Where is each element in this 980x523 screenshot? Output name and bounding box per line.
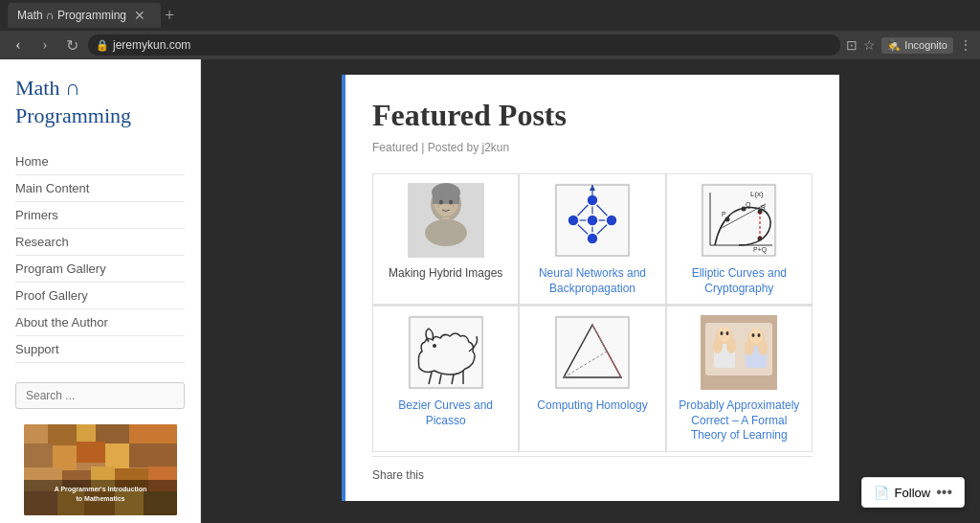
address-bar[interactable]: 🔒 jeremykun.com bbox=[88, 34, 840, 56]
post-label-bezier: Bezier Curves and Picasso bbox=[381, 398, 510, 428]
nav-menu: Home Main Content Primers Research Progr… bbox=[15, 148, 185, 363]
post-item-bezier[interactable]: Bezier Curves and Picasso bbox=[372, 306, 519, 452]
content-divider bbox=[372, 456, 813, 457]
svg-point-84 bbox=[726, 338, 736, 353]
post-thumbnail-homology bbox=[527, 314, 657, 391]
post-item-neural-networks[interactable]: Neural Networks and Backpropagation bbox=[519, 173, 665, 305]
post-image-homology bbox=[554, 315, 631, 390]
featured-posts-title: Featured Posts bbox=[372, 98, 813, 133]
sidebar: Math ∩ Programming Home Main Content Pri… bbox=[0, 59, 201, 523]
featured-posts-card: Featured Posts Featured | Posted by j2ku… bbox=[342, 75, 839, 501]
post-item-elliptic[interactable]: L(x) P Q R P+Q bbox=[666, 173, 813, 305]
follow-label: Follow bbox=[895, 486, 931, 500]
nav-item-program-gallery[interactable]: Program Gallery bbox=[15, 256, 185, 283]
post-label-pac: Probably Approximately Correct – A Forma… bbox=[675, 398, 804, 443]
more-options-icon[interactable]: ••• bbox=[936, 484, 952, 501]
svg-point-55 bbox=[725, 217, 730, 222]
post-label-elliptic: Elliptic Curves and Cryptography bbox=[675, 266, 804, 296]
svg-point-29 bbox=[439, 200, 443, 205]
nav-item-main-content[interactable]: Main Content bbox=[15, 175, 185, 202]
nav-link-support[interactable]: Support bbox=[15, 336, 185, 362]
page-layout: Math ∩ Programming Home Main Content Pri… bbox=[0, 59, 980, 523]
post-item-pac[interactable]: Probably Approximately Correct – A Forma… bbox=[666, 306, 813, 452]
incognito-label: Incognito bbox=[904, 39, 947, 51]
lock-icon: 🔒 bbox=[96, 39, 109, 52]
svg-point-90 bbox=[721, 331, 724, 335]
post-item-hybrid-images[interactable]: Making Hybrid Images bbox=[372, 173, 519, 305]
incognito-icon: 🕵 bbox=[887, 39, 901, 52]
svg-point-43 bbox=[568, 215, 579, 226]
svg-rect-6 bbox=[24, 443, 53, 467]
nav-link-proof-gallery[interactable]: Proof Gallery bbox=[15, 283, 185, 308]
nav-link-main-content[interactable]: Main Content bbox=[15, 175, 185, 201]
svg-rect-8 bbox=[77, 442, 105, 463]
svg-point-83 bbox=[713, 338, 723, 353]
nav-link-about-author[interactable]: About the Author bbox=[15, 309, 185, 335]
refresh-button[interactable]: ↻ bbox=[61, 36, 82, 55]
share-text: Share this bbox=[372, 468, 813, 482]
post-item-homology[interactable]: Computing Homology bbox=[519, 306, 665, 452]
post-image-elliptic: L(x) P Q R P+Q bbox=[701, 183, 777, 258]
nav-link-home[interactable]: Home bbox=[15, 148, 185, 174]
svg-point-32 bbox=[425, 219, 467, 246]
svg-point-45 bbox=[587, 215, 598, 226]
tab-close-button[interactable]: ✕ bbox=[134, 8, 145, 23]
svg-point-91 bbox=[726, 331, 729, 335]
svg-rect-72 bbox=[554, 315, 631, 390]
follow-button[interactable]: 📄 Follow ••• bbox=[861, 477, 965, 508]
svg-point-71 bbox=[433, 344, 436, 348]
svg-point-46 bbox=[587, 233, 598, 244]
browser-chrome: Math ∩ Programming ✕ + ‹ › ↻ 🔒 jeremykun… bbox=[0, 0, 980, 59]
post-label-homology: Computing Homology bbox=[527, 398, 657, 414]
main-content-area: Featured Posts Featured | Posted by j2ku… bbox=[201, 59, 980, 523]
nav-item-proof-gallery[interactable]: Proof Gallery bbox=[15, 283, 185, 309]
site-title: Math ∩ Programming bbox=[15, 75, 185, 129]
svg-text:L(x): L(x) bbox=[750, 190, 764, 198]
nav-link-program-gallery[interactable]: Program Gallery bbox=[15, 256, 185, 282]
post-image-neural bbox=[554, 183, 631, 258]
new-tab-button[interactable]: + bbox=[165, 6, 174, 26]
tab-title: Math ∩ Programming bbox=[17, 9, 126, 22]
menu-icon[interactable]: ⋮ bbox=[959, 37, 972, 54]
post-image-bezier bbox=[408, 315, 484, 390]
svg-text:P+Q: P+Q bbox=[753, 246, 768, 254]
nav-link-primers[interactable]: Primers bbox=[15, 202, 185, 228]
post-thumbnail-neural bbox=[527, 182, 657, 259]
svg-text:Q: Q bbox=[746, 201, 751, 209]
star-icon[interactable]: ☆ bbox=[863, 37, 876, 54]
svg-rect-5 bbox=[129, 424, 177, 443]
url-text: jeremykun.com bbox=[113, 38, 190, 52]
svg-rect-1 bbox=[24, 424, 48, 443]
nav-bar: ‹ › ↻ 🔒 jeremykun.com ⊡ ☆ 🕵 Incognito ⋮ bbox=[0, 31, 980, 59]
nav-item-support[interactable]: Support bbox=[15, 336, 185, 363]
back-button[interactable]: ‹ bbox=[8, 36, 29, 54]
search-input[interactable] bbox=[15, 382, 185, 409]
book-cover-image: A Programmer's Introduction to Mathemati… bbox=[24, 424, 177, 515]
active-tab[interactable]: Math ∩ Programming ✕ bbox=[8, 3, 161, 28]
svg-text:A Programmer's Introduction: A Programmer's Introduction bbox=[54, 486, 146, 493]
post-label-neural: Neural Networks and Backpropagation bbox=[527, 266, 657, 296]
svg-text:to Mathematics: to Mathematics bbox=[76, 495, 124, 502]
featured-meta: Featured | Posted by j2kun bbox=[372, 141, 813, 154]
svg-point-89 bbox=[758, 340, 768, 355]
svg-point-92 bbox=[752, 333, 755, 337]
nav-item-primers[interactable]: Primers bbox=[15, 202, 185, 229]
follow-icon: 📄 bbox=[874, 486, 889, 500]
post-thumbnail-bezier bbox=[381, 314, 510, 391]
post-thumbnail-pac bbox=[675, 314, 804, 391]
nav-link-research[interactable]: Research bbox=[15, 229, 185, 255]
post-label-hybrid: Making Hybrid Images bbox=[381, 266, 510, 282]
tab-bar: Math ∩ Programming ✕ + bbox=[0, 0, 980, 31]
svg-rect-10 bbox=[129, 443, 177, 467]
cast-icon[interactable]: ⊡ bbox=[846, 37, 858, 54]
svg-point-88 bbox=[745, 340, 754, 355]
nav-item-home[interactable]: Home bbox=[15, 148, 185, 175]
svg-point-93 bbox=[758, 333, 761, 337]
nav-item-about-author[interactable]: About the Author bbox=[15, 309, 185, 336]
forward-button[interactable]: › bbox=[34, 36, 56, 54]
post-image-hybrid bbox=[408, 183, 484, 258]
post-image-pac bbox=[701, 315, 777, 390]
incognito-badge: 🕵 Incognito bbox=[881, 37, 953, 54]
svg-rect-3 bbox=[77, 424, 96, 442]
nav-item-research[interactable]: Research bbox=[15, 229, 185, 256]
